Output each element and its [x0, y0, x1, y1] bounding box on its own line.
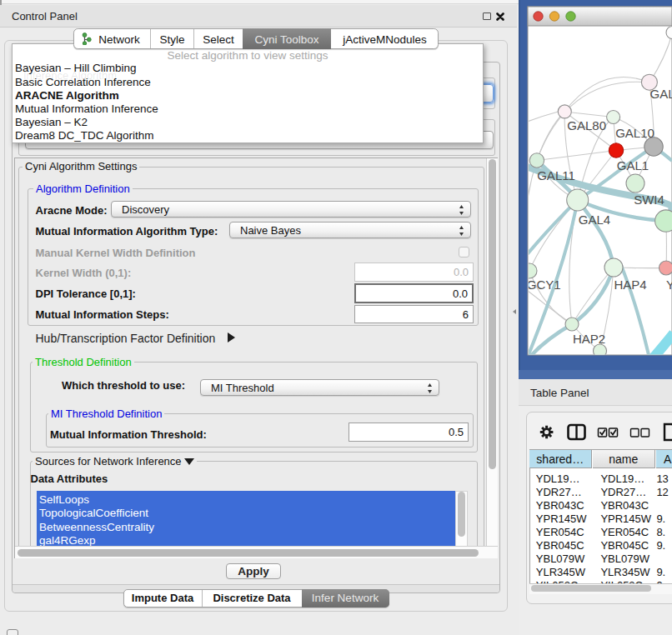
- svg-text:HAP2: HAP2: [573, 332, 605, 346]
- svg-text:Y: Y: [666, 278, 672, 292]
- svg-text:SWI4: SWI4: [634, 192, 664, 207]
- svg-text:GCY1: GCY1: [527, 278, 561, 292]
- svg-text:HAP4: HAP4: [614, 278, 646, 292]
- svg-text:GAL11: GAL11: [537, 168, 575, 182]
- svg-text:GAL7: GAL7: [650, 87, 672, 101]
- svg-text:GAL1: GAL1: [617, 158, 649, 172]
- svg-text:GAL4: GAL4: [579, 212, 610, 227]
- svg-text:GAL10: GAL10: [615, 126, 654, 140]
- svg-text:GAL80: GAL80: [567, 118, 606, 132]
